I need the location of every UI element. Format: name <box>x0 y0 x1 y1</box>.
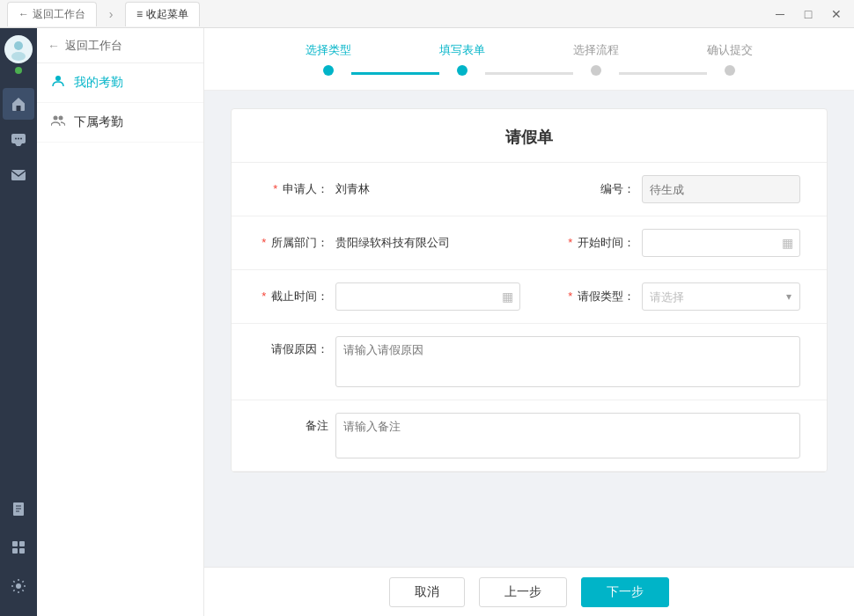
prev-button[interactable]: 上一步 <box>479 577 567 607</box>
tab-arrow-right[interactable]: › <box>100 2 121 26</box>
note-textarea[interactable] <box>335 413 800 458</box>
start-time-wrapper: ▦ <box>642 229 800 257</box>
cancel-button[interactable]: 取消 <box>389 577 465 607</box>
title-bar: ← 返回工作台 › ≡ 收起菜单 ─ □ ✕ <box>0 0 854 28</box>
sidebar-icon-settings[interactable] <box>3 570 34 602</box>
field-note: 备注 <box>258 413 800 458</box>
svg-rect-12 <box>19 548 25 554</box>
online-status-dot <box>15 67 22 74</box>
step-2-dot <box>457 65 467 76</box>
bottom-bar: 取消 上一步 下一步 <box>204 567 854 616</box>
required-star-4: * <box>261 290 266 303</box>
step-1-label: 选择类型 <box>306 42 351 58</box>
end-time-input[interactable] <box>335 282 520 311</box>
leave-type-select[interactable]: 请选择 <box>642 282 800 311</box>
leave-type-select-wrapper: 请选择 <box>642 282 800 311</box>
field-end-time: * 截止时间： ▦ <box>258 282 520 311</box>
main-layout: ← 返回工作台 我的考勤 下属考勤 <box>0 28 854 616</box>
title-bar-controls: ─ □ ✕ <box>769 4 847 25</box>
form-card: 请假单 * 申请人： 刘青林 编号： <box>231 108 828 473</box>
tab-collapse-menu[interactable]: ≡ 收起菜单 <box>125 2 200 26</box>
step-line-1 <box>351 72 439 75</box>
step-1: 选择类型 <box>306 42 351 76</box>
back-to-workspace[interactable]: ← 返回工作台 <box>37 28 203 63</box>
svg-point-16 <box>59 116 63 121</box>
back-arrow-icon: ← <box>18 8 29 20</box>
sidebar-icon-book[interactable] <box>3 493 34 524</box>
department-value: 贵阳绿软科技有限公司 <box>335 235 450 251</box>
end-time-label: * 截止时间： <box>258 289 328 304</box>
close-button[interactable]: ✕ <box>826 4 847 25</box>
step-2-label: 填写表单 <box>439 42 485 58</box>
start-time-label: * 开始时间： <box>564 235 635 251</box>
reason-textarea[interactable] <box>335 336 800 387</box>
next-button[interactable]: 下一步 <box>581 577 669 607</box>
step-line-3 <box>619 72 707 75</box>
field-leave-type: * 请假类型： 请选择 <box>538 282 800 311</box>
svg-point-6 <box>20 138 22 140</box>
step-4: 确认提交 <box>707 42 753 76</box>
form-row-note: 备注 <box>232 400 827 472</box>
sidebar-icon-home[interactable] <box>3 88 34 120</box>
required-star-2: * <box>261 236 266 249</box>
step-3: 选择流程 <box>573 42 619 76</box>
field-reason: 请假原因： <box>258 336 800 387</box>
form-row-dept: * 所属部门： 贵阳绿软科技有限公司 * 开始时间： ▦ <box>232 216 827 270</box>
form-wrapper: 请假单 * 申请人： 刘青林 编号： <box>204 91 854 567</box>
svg-rect-2 <box>17 106 21 111</box>
step-1-dot <box>323 65 334 76</box>
svg-point-15 <box>54 116 58 121</box>
reason-label: 请假原因： <box>258 341 328 357</box>
number-input <box>642 175 800 203</box>
sidebar-icon-chat[interactable] <box>3 123 34 155</box>
sidebar-bottom-icons <box>3 493 34 605</box>
svg-rect-7 <box>11 170 26 180</box>
step-3-dot <box>591 65 601 76</box>
svg-rect-10 <box>19 541 25 546</box>
avatar <box>4 35 33 63</box>
number-label: 编号： <box>591 181 635 197</box>
menu-item-sub-attendance[interactable]: 下属考勤 <box>37 103 203 143</box>
svg-point-1 <box>11 52 26 61</box>
minimize-button[interactable]: ─ <box>769 4 791 25</box>
svg-point-0 <box>14 41 23 50</box>
left-panel: ← 返回工作台 我的考勤 下属考勤 <box>37 28 204 616</box>
step-2: 填写表单 <box>439 42 485 76</box>
steps-bar: 选择类型 填写表单 选择流程 <box>204 28 854 91</box>
required-star-1: * <box>273 182 277 195</box>
form-row-applicant: * 申请人： 刘青林 编号： <box>232 163 827 216</box>
my-attendance-label: 我的考勤 <box>74 75 123 91</box>
step-4-dot <box>725 65 735 76</box>
step-3-label: 选择流程 <box>573 42 619 58</box>
collapse-icon: ≡ <box>136 8 143 20</box>
svg-point-13 <box>16 583 21 589</box>
svg-point-4 <box>15 138 17 140</box>
svg-rect-11 <box>12 548 18 554</box>
my-attendance-icon <box>51 74 65 92</box>
back-label: 返回工作台 <box>65 38 122 54</box>
tab-collapse-label: 收起菜单 <box>146 7 188 22</box>
svg-rect-9 <box>12 541 18 546</box>
note-label: 备注 <box>258 418 328 434</box>
svg-point-5 <box>18 138 19 140</box>
maximize-button[interactable]: □ <box>798 4 819 25</box>
start-time-input[interactable] <box>642 229 800 257</box>
end-time-wrapper: ▦ <box>335 282 520 311</box>
form-row-reason: 请假原因： <box>232 324 827 400</box>
applicant-value: 刘青林 <box>335 181 370 197</box>
department-label: * 所属部门： <box>258 235 328 251</box>
field-start-time: * 开始时间： ▦ <box>538 229 800 257</box>
required-star-3: * <box>568 236 572 249</box>
sidebar-icon-mail[interactable] <box>3 158 34 190</box>
form-title: 请假单 <box>232 109 827 163</box>
form-row-endtime: * 截止时间： ▦ * 请假类型： <box>232 270 827 324</box>
svg-point-14 <box>55 76 61 81</box>
field-department: * 所属部门： 贵阳绿软科技有限公司 <box>258 235 520 251</box>
applicant-label: * 申请人： <box>258 181 328 197</box>
sidebar-narrow <box>0 28 37 616</box>
tab-back-label: 返回工作台 <box>33 7 85 22</box>
menu-item-my-attendance[interactable]: 我的考勤 <box>37 63 203 103</box>
sub-attendance-label: 下属考勤 <box>74 114 123 130</box>
sidebar-icon-grid[interactable] <box>3 532 34 563</box>
tab-back[interactable]: ← 返回工作台 <box>7 2 97 26</box>
